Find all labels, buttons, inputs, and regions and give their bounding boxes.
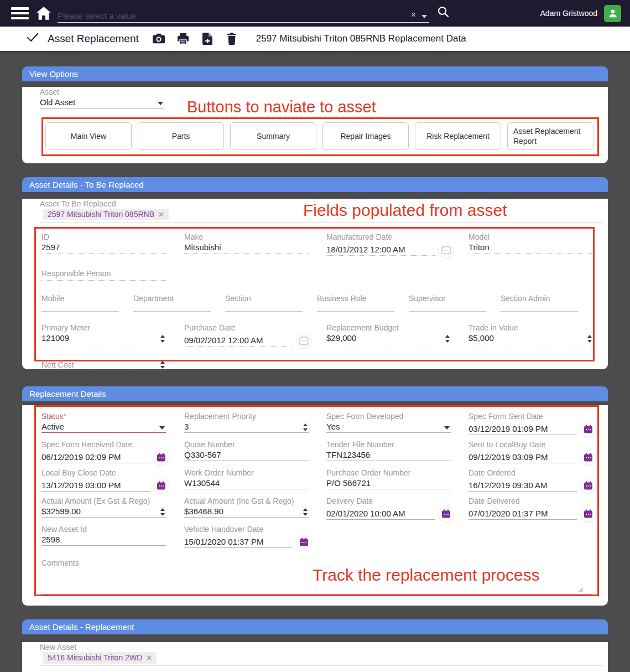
new-asset-field: New Asset 5416 Mitsubishi Triton 2WD ✕ — [40, 642, 603, 666]
calendar-icon[interactable] — [580, 421, 596, 437]
field-status: Status* Active — [41, 411, 184, 435]
asset-select-input[interactable]: Old Asset — [40, 97, 164, 108]
calendar-icon[interactable] — [580, 506, 596, 522]
stepper-icon[interactable] — [160, 508, 165, 516]
asset-details-new-panel: Asset Details - Replacement New Asset 54… — [22, 619, 608, 672]
replacement-details-panel: Replacement Details Track the replacemen… — [22, 386, 608, 606]
annotation-box-replacement-fields: Status* Active Replacement Priority 3 — [34, 405, 599, 596]
section-admin-input[interactable] — [501, 303, 578, 312]
chevron-down-icon[interactable] — [158, 102, 163, 105]
model-input[interactable]: Triton — [468, 242, 593, 254]
actual-amount-inc-input[interactable]: $36468.90 — [184, 506, 309, 518]
calendar-icon[interactable] — [580, 449, 596, 466]
stepper-icon[interactable] — [303, 423, 308, 431]
status-select[interactable]: Active — [41, 421, 166, 433]
replacement-details-header: Replacement Details — [22, 386, 608, 401]
work-order-number-input[interactable]: W130544 — [184, 478, 309, 489]
vehicle-handover-date-input[interactable]: 15/01/2020 01:37 PM — [184, 536, 293, 548]
annotation-box-nav-buttons: Main View Parts Summary Repair Images Ri… — [41, 117, 599, 156]
saved-check-icon — [27, 33, 39, 45]
replacement-priority-input[interactable]: 3 — [184, 421, 309, 433]
calendar-icon-disabled — [296, 333, 312, 349]
calendar-icon[interactable] — [580, 478, 596, 494]
top-navigation-bar: × Adam Gristwood — [0, 0, 630, 27]
chip-remove-icon[interactable]: ✕ — [146, 654, 152, 662]
actual-amount-ex-input[interactable]: $32599.00 — [41, 506, 166, 518]
manufactured-date-input[interactable]: 18/01/2012 12:00 AM — [326, 244, 435, 256]
add-document-icon[interactable] — [201, 33, 214, 45]
delete-icon[interactable] — [226, 33, 238, 45]
menu-icon[interactable] — [11, 7, 29, 19]
new-asset-chip[interactable]: 5416 Mitsubishi Triton 2WD ✕ — [43, 652, 157, 664]
search-icon[interactable] — [437, 6, 449, 20]
search-dropdown-icon[interactable] — [421, 15, 427, 18]
asset-to-be-replaced-label: Asset To Be Replaced — [40, 199, 603, 209]
resize-handle-icon[interactable] — [577, 585, 583, 595]
trade-in-value-input[interactable]: $5,000 — [468, 333, 593, 344]
quote-number-input[interactable]: Q330-567 — [184, 449, 309, 461]
calendar-icon[interactable] — [296, 534, 312, 550]
print-icon[interactable] — [177, 33, 189, 45]
stepper-icon[interactable] — [303, 508, 308, 516]
id-input[interactable]: 2597 — [41, 242, 166, 254]
field-purchase-order-number: Purchase Order Number P/O 566721 — [326, 468, 468, 492]
stepper-icon[interactable] — [160, 361, 165, 369]
replacement-budget-input[interactable]: $29,000 — [326, 333, 451, 344]
field-quote-number: Quote Number Q330-567 — [184, 440, 326, 463]
home-icon[interactable] — [35, 5, 52, 22]
spec-form-received-date-input[interactable]: 06/12/2019 02:09 PM — [41, 452, 150, 463]
chevron-down-icon[interactable] — [159, 426, 165, 430]
field-actual-amount-ex: Actual Amount (Ex Gst & Rego) $32599.00 — [41, 496, 184, 520]
calendar-icon[interactable] — [438, 506, 454, 522]
local-buy-close-date-input[interactable]: 13/12/2019 03:00 PM — [41, 480, 150, 492]
purchase-order-number-input[interactable]: P/O 566721 — [326, 478, 451, 489]
primary-meter-input[interactable]: 121009 — [41, 333, 166, 344]
stepper-icon[interactable] — [587, 335, 592, 343]
field-local-buy-close-date: Local Buy Close Date 13/12/2019 03:00 PM — [41, 468, 184, 492]
annotation-box-populated-fields: ID 2597 Make Mitsubishi Manufactured Dat… — [34, 227, 595, 361]
section-input[interactable] — [225, 303, 303, 312]
parts-button[interactable]: Parts — [138, 122, 224, 150]
sent-to-localbuy-date-input[interactable]: 09/12/2019 03:09 PM — [468, 452, 577, 463]
asset-to-be-replaced-field: Asset To Be Replaced 2597 Mitsubishi Tri… — [40, 199, 603, 223]
calendar-icon[interactable] — [153, 449, 169, 466]
date-delivered-input[interactable]: 07/01/2020 01:37 PM — [468, 508, 577, 520]
purchase-date-input[interactable]: 09/02/2012 12:00 AM — [184, 335, 293, 347]
clear-search-icon[interactable]: × — [411, 10, 416, 20]
spec-form-developed-select[interactable]: Yes — [326, 421, 451, 433]
chip-remove-icon[interactable]: ✕ — [158, 210, 164, 219]
annotation-navigate-buttons: Buttons to naviate to asset — [187, 98, 376, 116]
field-model: Model Triton — [468, 232, 610, 256]
main-view-button[interactable]: Main View — [45, 122, 132, 150]
make-input[interactable]: Mitsubishi — [184, 242, 309, 254]
mobile-input[interactable] — [41, 303, 119, 312]
new-asset-id-input[interactable]: 2598 — [41, 534, 166, 546]
chevron-down-icon[interactable] — [444, 426, 450, 430]
asset-details-new-header: Asset Details - Replacement — [22, 619, 608, 634]
field-spec-form-developed: Spec Form Developed Yes — [326, 411, 468, 435]
camera-icon[interactable] — [153, 33, 165, 45]
tender-file-number-input[interactable]: TFN123456 — [326, 449, 451, 461]
business-role-input[interactable] — [317, 303, 394, 312]
supervisor-input[interactable] — [409, 303, 486, 312]
stepper-icon[interactable] — [445, 335, 450, 343]
spec-form-sent-date-input[interactable]: 03/12/2019 01:09 PM — [468, 423, 577, 435]
comments-input[interactable] — [41, 568, 592, 595]
responsible-person-input[interactable] — [41, 278, 166, 281]
field-replacement-priority: Replacement Priority 3 — [184, 411, 326, 435]
nett-cost-input[interactable]: Nett Cost — [41, 359, 166, 370]
search-input[interactable] — [58, 11, 411, 20]
summary-button[interactable]: Summary — [230, 122, 316, 150]
risk-replacement-button[interactable]: Risk Replacement — [415, 122, 501, 150]
calendar-icon[interactable] — [153, 478, 169, 494]
repair-images-button[interactable]: Repair Images — [322, 122, 409, 150]
delivery-date-input[interactable]: 02/01/2020 10:00 AM — [326, 508, 435, 520]
date-ordered-input[interactable]: 16/12/2019 09:30 AM — [468, 480, 577, 492]
field-purchase-date: Purchase Date 09/02/2012 12:00 AM — [184, 323, 326, 347]
asset-chip[interactable]: 2597 Mitsubishi Triton 085RNB ✕ — [43, 209, 169, 220]
stepper-icon[interactable] — [160, 335, 165, 343]
asset-replacement-report-button[interactable]: Asset Replacement Report — [507, 122, 593, 150]
calendar-icon-disabled — [438, 242, 454, 258]
department-input[interactable] — [133, 303, 211, 312]
user-avatar[interactable] — [604, 5, 621, 22]
